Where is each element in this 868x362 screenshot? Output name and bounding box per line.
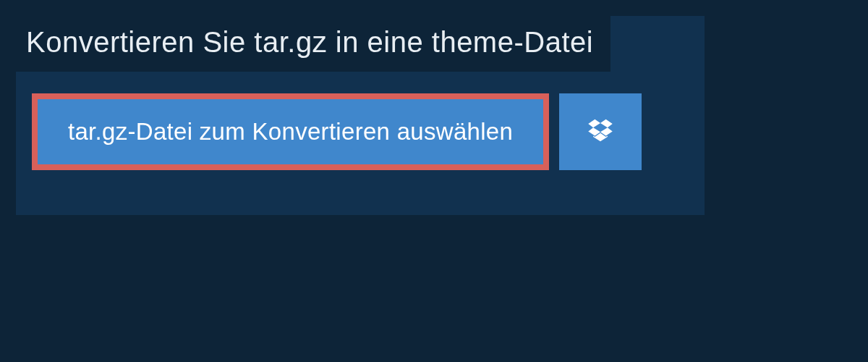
dropbox-button[interactable] bbox=[559, 93, 642, 170]
select-file-button[interactable]: tar.gz-Datei zum Konvertieren auswählen bbox=[32, 93, 549, 170]
button-row: tar.gz-Datei zum Konvertieren auswählen bbox=[16, 72, 705, 186]
heading-container: Konvertieren Sie tar.gz in eine theme-Da… bbox=[16, 16, 610, 72]
dropbox-icon bbox=[587, 117, 614, 147]
select-file-button-label: tar.gz-Datei zum Konvertieren auswählen bbox=[68, 118, 513, 146]
converter-panel: Konvertieren Sie tar.gz in eine theme-Da… bbox=[16, 16, 705, 215]
page-title: Konvertieren Sie tar.gz in eine theme-Da… bbox=[26, 26, 593, 59]
